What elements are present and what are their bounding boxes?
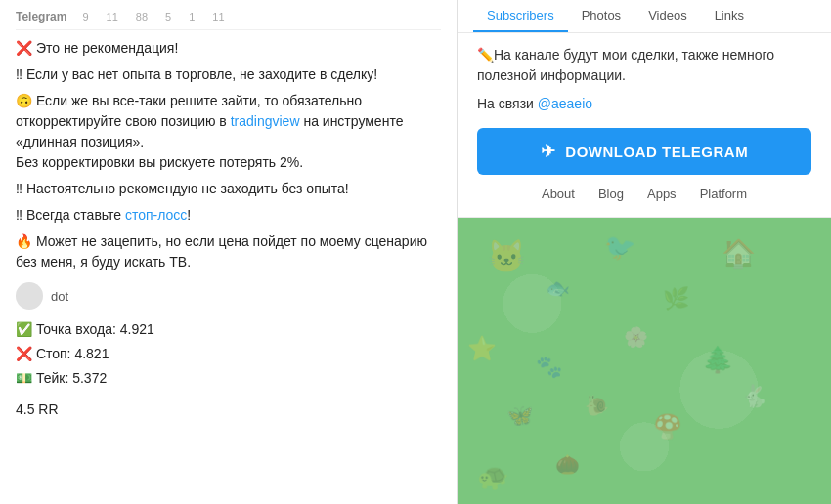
tab-subscribers[interactable]: Subscribers	[473, 0, 568, 32]
deco-mushroom: 🍄	[653, 413, 682, 441]
emoji-6: 🔥	[16, 233, 32, 249]
message-5: ‼️ Всегда ставьте стоп-лосс!	[16, 205, 441, 226]
message-6: 🔥 Может не зацепить, но если цена пойдет…	[16, 231, 441, 273]
message-1: ❌ Это не рекомендация!	[16, 38, 441, 59]
emoji-2: ‼️	[16, 66, 22, 82]
tab-photos[interactable]: Photos	[568, 0, 634, 32]
avatar	[16, 282, 43, 310]
message-1-text: Это не рекомендация!	[36, 40, 178, 56]
trade-take: 💵 Тейк: 5.372	[16, 366, 441, 391]
top-bar-numbers: 9 11 88 5 1 11	[82, 11, 224, 22]
emoji-3: 🙃	[16, 93, 32, 108]
right-panel: Subscribers Photos Videos Links ✏️На кан…	[458, 0, 831, 504]
emoji-4: ‼️	[16, 181, 22, 196]
footer-links: About Blog Apps Platform	[458, 175, 831, 201]
message-4: ‼️ Настоятельно рекомендую не заходить б…	[16, 179, 441, 199]
deco-bird: 🐦	[604, 232, 635, 263]
telegram-logo: Telegram	[16, 10, 66, 23]
trade-details: ✅ Точка входа: 4.921 ❌ Стоп: 4.821 💵 Тей…	[16, 317, 441, 392]
trade-stop: ❌ Стоп: 4.821	[16, 342, 441, 366]
tab-videos[interactable]: Videos	[634, 0, 701, 32]
contact-line: На связи @aeaeio	[477, 94, 811, 114]
footer-platform[interactable]: Platform	[700, 187, 747, 201]
top-bar: Telegram 9 11 88 5 1 11	[16, 10, 441, 30]
message-2-text: Если у вас нет опыта в торговле, не захо…	[26, 66, 377, 82]
deco-leaf: 🌿	[663, 286, 689, 312]
emoji-5: ‼️	[16, 207, 22, 223]
deco-rabbit: 🐇	[741, 384, 767, 409]
contact-label: На связи	[477, 96, 538, 111]
channel-description: ✏️На канале будут мои сделки, также немн…	[458, 33, 831, 114]
emoji-1: ❌	[16, 40, 32, 56]
message-5-text-after: !	[187, 207, 191, 223]
tab-links[interactable]: Links	[701, 0, 758, 32]
tradingview-link[interactable]: tradingview	[231, 113, 300, 129]
footer-blog[interactable]: Blog	[598, 187, 624, 201]
message-6-text: Может не зацепить, но если цена пойдет п…	[16, 233, 427, 270]
message-4-text: Настоятельно рекомендую не заходить без …	[26, 181, 349, 196]
download-telegram-button[interactable]: ✈ DOWNLOAD TELEGRAM	[477, 128, 811, 175]
channel-card: Subscribers Photos Videos Links ✏️На кан…	[458, 0, 831, 218]
left-panel: Telegram 9 11 88 5 1 11 ❌ Это не рекомен…	[0, 0, 458, 504]
footer-apps[interactable]: Apps	[647, 187, 677, 201]
green-background: 🐱 🐟 🐦 🌿 🏠 ⭐ 🐾 🌸 🌲 🦋 🐌 🍄 🐇 🐢 🌰	[458, 218, 831, 504]
deco-house: 🏠	[722, 237, 756, 270]
rr-text: 4.5 RR	[16, 401, 441, 417]
message-2: ‼️ Если у вас нет опыта в торговле, не з…	[16, 64, 441, 85]
message-5-text: Всегда ставьте	[26, 207, 125, 223]
stoploss-link[interactable]: стоп-лосс	[125, 207, 187, 223]
deco-butterfly: 🦋	[506, 403, 533, 429]
channel-desc-text: ✏️На канале будут мои сделки, также немн…	[477, 45, 811, 86]
avatar-name: dot	[51, 289, 68, 304]
message-3: 🙃 Если же вы все-таки решите зайти, то о…	[16, 91, 441, 173]
deco-flower: 🌸	[624, 325, 648, 349]
channel-tabs: Subscribers Photos Videos Links	[458, 0, 831, 33]
deco-star: ⭐	[467, 335, 497, 362]
deco-paw: 🐾	[536, 355, 562, 380]
deco-fish: 🐟	[546, 276, 570, 300]
telegram-icon: ✈	[541, 141, 556, 162]
avatar-row: dot	[16, 282, 441, 310]
contact-link[interactable]: @aeaeio	[538, 96, 592, 111]
download-btn-label: DOWNLOAD TELEGRAM	[565, 144, 748, 160]
deco-turtle: 🐢	[477, 462, 508, 492]
trade-entry: ✅ Точка входа: 4.921	[16, 317, 441, 342]
decorative-icons: 🐱 🐟 🐦 🌿 🏠 ⭐ 🐾 🌸 🌲 🦋 🐌 🍄 🐇 🐢 🌰	[458, 218, 831, 504]
deco-tree: 🌲	[702, 345, 733, 375]
deco-acorn: 🌰	[555, 452, 580, 476]
footer-about[interactable]: About	[542, 187, 575, 201]
deco-snail: 🐌	[585, 394, 609, 417]
deco-cat: 🐱	[487, 237, 526, 274]
